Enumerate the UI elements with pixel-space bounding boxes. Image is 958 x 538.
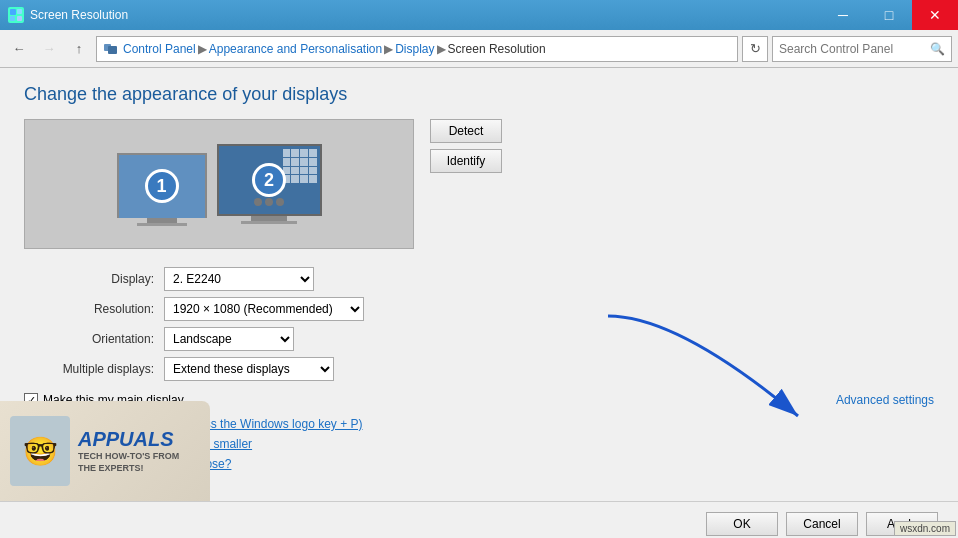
minimize-button[interactable]: ─ — [820, 0, 866, 30]
search-input[interactable] — [779, 42, 930, 56]
multiple-displays-control: Extend these displays — [164, 357, 934, 381]
monitor-2-grid — [280, 146, 320, 186]
resolution-select[interactable]: 1920 × 1080 (Recommended) — [164, 297, 364, 321]
search-icon: 🔍 — [930, 42, 945, 56]
svg-rect-5 — [108, 46, 117, 54]
multiple-displays-select[interactable]: Extend these displays — [164, 357, 334, 381]
monitor-2-stand — [241, 221, 297, 224]
monitor-2: 2 — [217, 144, 322, 224]
monitor-display-box: 1 2 — [24, 119, 414, 249]
monitor-1: 1 — [117, 153, 207, 226]
cancel-button[interactable]: Cancel — [786, 512, 858, 536]
window-icon — [8, 7, 24, 23]
svg-rect-2 — [10, 16, 15, 21]
back-button[interactable]: ← — [6, 36, 32, 62]
window-controls: ─ □ ✕ — [820, 0, 958, 30]
svg-rect-1 — [17, 9, 22, 14]
display-label: Display: — [24, 272, 154, 286]
watermark-text: APPUALS TECH HOW-TO'S FROMTHE EXPERTS! — [78, 428, 179, 474]
resolution-label: Resolution: — [24, 302, 154, 316]
content-wrapper: Change the appearance of your displays 1 — [0, 68, 958, 501]
address-path: Control Panel ▶ Appearance and Personali… — [96, 36, 738, 62]
monitor-1-screen: 1 — [117, 153, 207, 218]
monitor-section: 1 2 — [24, 119, 934, 249]
wsxdn-badge: wsxdn.com — [894, 521, 956, 536]
path-current: Screen Resolution — [448, 42, 546, 56]
resolution-control: 1920 × 1080 (Recommended) — [164, 297, 934, 321]
path-control-panel[interactable]: Control Panel — [123, 42, 196, 56]
up-button[interactable]: ↑ — [66, 36, 92, 62]
orientation-select[interactable]: Landscape — [164, 327, 294, 351]
monitor-2-screen: 2 — [217, 144, 322, 216]
detect-buttons: Detect Identify — [430, 119, 502, 249]
brand-name: APPUALS — [78, 428, 179, 451]
refresh-button[interactable]: ↻ — [742, 36, 768, 62]
title-bar: Screen Resolution ─ □ ✕ — [0, 0, 958, 30]
monitor-1-stand — [137, 223, 187, 226]
bottom-bar: OK Cancel Apply — [0, 501, 958, 538]
detect-button[interactable]: Detect — [430, 119, 502, 143]
address-bar: ← → ↑ Control Panel ▶ Appearance and Per… — [0, 30, 958, 68]
ok-button[interactable]: OK — [706, 512, 778, 536]
advanced-settings-link[interactable]: Advanced settings — [836, 393, 934, 407]
svg-rect-0 — [10, 9, 16, 15]
orientation-label: Orientation: — [24, 332, 154, 346]
identify-button[interactable]: Identify — [430, 149, 502, 173]
close-button[interactable]: ✕ — [912, 0, 958, 30]
title-bar-left: Screen Resolution — [8, 7, 128, 23]
monitor-1-number: 1 — [145, 169, 179, 203]
watermark-tagline: TECH HOW-TO'S FROMTHE EXPERTS! — [78, 451, 179, 474]
orientation-control: Landscape — [164, 327, 934, 351]
svg-rect-3 — [17, 16, 22, 21]
display-select[interactable]: 2. E2240 — [164, 267, 314, 291]
path-display[interactable]: Display — [395, 42, 434, 56]
forward-button[interactable]: → — [36, 36, 62, 62]
monitor-2-controls — [219, 198, 320, 206]
path-appearance[interactable]: Appearance and Personalisation — [209, 42, 382, 56]
settings-grid: Display: 2. E2240 Resolution: 1920 × 108… — [24, 267, 934, 381]
watermark: 🤓 APPUALS TECH HOW-TO'S FROMTHE EXPERTS! — [0, 401, 210, 501]
window-title: Screen Resolution — [30, 8, 128, 22]
maximize-button[interactable]: □ — [866, 0, 912, 30]
display-control: 2. E2240 — [164, 267, 934, 291]
main-content: Change the appearance of your displays 1 — [0, 68, 958, 538]
multiple-displays-label: Multiple displays: — [24, 362, 154, 376]
search-box[interactable]: 🔍 — [772, 36, 952, 62]
page-title: Change the appearance of your displays — [24, 84, 934, 105]
